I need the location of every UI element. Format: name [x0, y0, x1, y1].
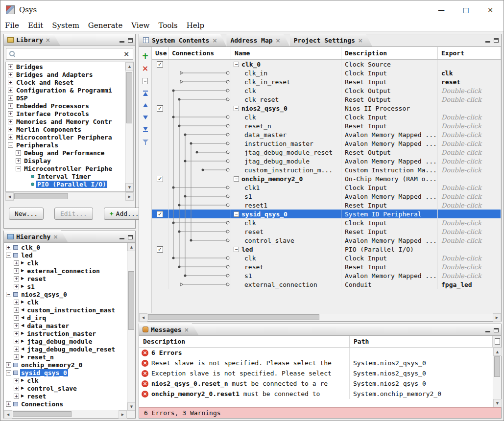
collapse-icon[interactable]: −	[234, 247, 239, 252]
hierarchy-item-instruction-master[interactable]: +▶instruction_master	[4, 329, 127, 337]
expand-icon[interactable]: +	[8, 135, 13, 140]
expand-icon[interactable]: +	[8, 80, 13, 85]
expand-icon[interactable]: +	[16, 150, 21, 156]
port-row-clk[interactable]: clkClock OutputDouble-click	[152, 86, 501, 95]
port-row-clk-in[interactable]: clk_inClock Inputclk	[152, 69, 501, 77]
export-value[interactable]: Double-click	[441, 149, 481, 156]
library-item-clock-and-reset[interactable]: +Clock and Reset	[6, 78, 125, 86]
component-row-clk-0[interactable]: −clk_0Clock Source	[152, 60, 501, 69]
column-header-description[interactable]: Description	[139, 336, 350, 347]
float-panel-icon[interactable]	[494, 328, 499, 332]
port-row-instruction-master[interactable]: instruction_masterAvalon Memory Mapped .…	[152, 139, 501, 148]
scroll-down-button[interactable]	[125, 183, 134, 191]
scroll-thumb[interactable]	[494, 356, 500, 377]
scroll-right-button[interactable]	[125, 192, 134, 201]
scroll-up-button[interactable]	[493, 348, 502, 356]
scroll-down-button[interactable]	[493, 399, 502, 407]
collapse-icon[interactable]: −	[234, 62, 239, 67]
toolbar-move-top-button[interactable]	[141, 89, 150, 97]
port-row-clk[interactable]: clkClock InputDouble-click	[152, 218, 501, 227]
close-button[interactable]: ×	[478, 0, 503, 19]
minimize-button[interactable]: —	[429, 0, 454, 19]
expand-icon[interactable]: +	[14, 268, 19, 274]
hierarchy-item-control-slave[interactable]: +▶control_slave	[4, 384, 127, 392]
minimize-panel-icon[interactable]	[485, 41, 490, 43]
toolbar-move-down-button[interactable]	[141, 113, 150, 122]
port-row-custom-instruction-m[interactable]: custom_instruction_m...Custom Instructio…	[152, 165, 501, 174]
scroll-right-button[interactable]	[119, 410, 127, 419]
component-row-onchip-memory2-0[interactable]: −onchip_memory2_0On-Chip Memory (RAM o..…	[152, 174, 501, 183]
export-value[interactable]: Double-click	[441, 263, 481, 271]
use-checkbox[interactable]	[157, 176, 163, 182]
scroll-down-button[interactable]	[127, 402, 135, 411]
column-header-path[interactable]: Path	[350, 336, 493, 347]
close-tab-icon[interactable]	[184, 326, 189, 333]
expand-icon[interactable]: +	[8, 88, 13, 93]
port-row-reset[interactable]: resetReset InputDouble-click	[152, 227, 501, 236]
menu-view[interactable]: View	[127, 19, 154, 31]
messages-tab[interactable]: Messages	[139, 324, 199, 335]
search-input[interactable]	[18, 50, 120, 58]
collapse-icon[interactable]: −	[6, 370, 11, 375]
hierarchy-item-onchip-memory2-0[interactable]: +onchip_memory2_0	[4, 361, 127, 369]
column-header-use[interactable]: Use	[152, 47, 168, 59]
expand-icon[interactable]: +	[8, 95, 13, 101]
hierarchy-item-jtag-debug-module-reset[interactable]: +◀jtag_debug_module_reset	[4, 345, 127, 353]
hierarchy-item-clk[interactable]: +▶clk	[4, 259, 127, 267]
scroll-thumb[interactable]	[128, 271, 134, 330]
port-row-clk1[interactable]: clk1Clock InputDouble-click	[152, 183, 501, 192]
export-value[interactable]: Double-click	[441, 237, 481, 244]
component-row-led[interactable]: −ledPIO (Parallel I/O)	[152, 245, 501, 254]
library-item-pio-parallel-i-o[interactable]: PIO (Parallel I/O)	[6, 180, 125, 188]
column-header-description[interactable]: Description	[341, 47, 438, 59]
export-value[interactable]: Double-click	[441, 131, 481, 139]
library-item-interface-protocols[interactable]: +Interface Protocols	[6, 110, 125, 117]
message-row[interactable]: Exception slave is not specified. Please…	[139, 368, 493, 378]
expand-icon[interactable]: +	[14, 284, 19, 289]
expand-icon[interactable]: +	[14, 307, 19, 313]
menu-tools[interactable]: Tools	[154, 19, 182, 31]
hierarchy-tab[interactable]: Hierarchy	[4, 231, 68, 242]
library-item-display[interactable]: +Display	[6, 157, 125, 164]
library-item-bridges[interactable]: +Bridges	[6, 63, 125, 70]
port-row-jtag-debug-module-reset[interactable]: jtag_debug_module_resetReset OutputDoubl…	[152, 148, 501, 157]
port-row-jtag-debug-module[interactable]: jtag_debug_moduleAvalon Memory Mapped ..…	[152, 157, 501, 165]
tab-system-contents[interactable]: System Contents	[139, 34, 226, 47]
hierarchy-item-s1[interactable]: +▶s1	[4, 282, 127, 290]
export-value[interactable]: Double-click	[441, 96, 481, 103]
close-tab-icon[interactable]	[53, 233, 58, 240]
column-header-export[interactable]: Export	[438, 47, 501, 59]
port-row-external-connection[interactable]: external_connectionConduitfpga_led	[152, 280, 501, 289]
close-tab-icon[interactable]	[46, 36, 50, 44]
library-tab[interactable]: Library	[4, 34, 60, 46]
menu-file[interactable]: File	[0, 19, 24, 31]
export-value[interactable]: fpga_led	[441, 281, 472, 288]
export-value[interactable]: Double-click	[441, 228, 481, 235]
port-row-reset[interactable]: resetReset InputDouble-click	[152, 262, 501, 271]
export-value[interactable]: reset	[441, 78, 460, 86]
expand-icon[interactable]: +	[14, 354, 19, 360]
use-checkbox[interactable]	[157, 61, 163, 68]
collapse-icon[interactable]: −	[234, 106, 239, 111]
hierarchy-item-clk-0[interactable]: +clk_0	[4, 243, 127, 251]
port-row-control-slave[interactable]: control_slaveAvalon Memory Mapped ...Dou…	[152, 236, 501, 245]
hierarchy-item-clk[interactable]: +▶clk	[4, 376, 127, 384]
expand-icon[interactable]: +	[8, 72, 13, 77]
collapse-icon[interactable]: −	[234, 176, 239, 182]
export-value[interactable]: Double-click	[441, 193, 481, 200]
hierarchy-item-custom-instruction-mast[interactable]: +◀custom_instruction_mast	[4, 306, 127, 314]
export-value[interactable]: Double-click	[441, 202, 481, 209]
port-row-reset-n[interactable]: reset_nReset InputDouble-click	[152, 121, 501, 130]
scroll-up-button[interactable]	[125, 62, 134, 70]
expand-icon[interactable]: +	[8, 103, 13, 109]
port-row-clk[interactable]: clkClock InputDouble-click	[152, 254, 501, 262]
export-value[interactable]: Double-click	[441, 114, 481, 121]
expand-icon[interactable]: +	[14, 339, 19, 344]
export-value[interactable]: Double-click	[441, 158, 481, 165]
expand-icon[interactable]: +	[14, 315, 19, 321]
expand-icon[interactable]: +	[8, 127, 13, 132]
minimize-panel-icon[interactable]	[485, 331, 490, 332]
expand-icon[interactable]: +	[14, 323, 19, 328]
collapse-icon[interactable]: −	[6, 292, 11, 297]
expand-icon[interactable]: +	[8, 111, 13, 117]
